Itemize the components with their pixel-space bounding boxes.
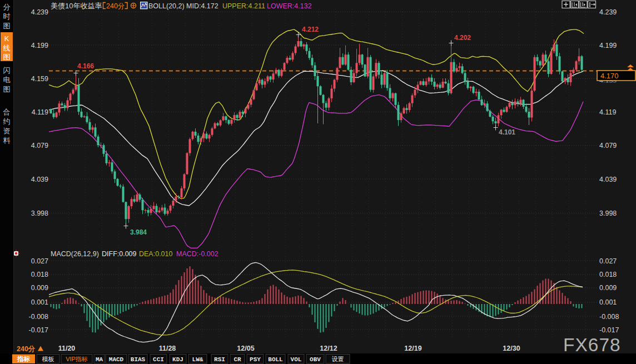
svg-text:11/28: 11/28	[159, 345, 176, 352]
svg-text:12/05: 12/05	[237, 345, 254, 352]
svg-text:12/12: 12/12	[320, 345, 337, 352]
svg-text:MID:4.172: MID:4.172	[186, 2, 218, 10]
svg-text:4.239: 4.239	[31, 8, 48, 16]
svg-text:指标: 指标	[17, 356, 31, 362]
svg-text:K: K	[4, 34, 9, 43]
svg-text:4.199: 4.199	[31, 42, 48, 49]
svg-text:3.984: 3.984	[130, 228, 147, 236]
svg-text:BIAS: BIAS	[131, 356, 146, 363]
svg-text:LW&: LW&	[192, 356, 203, 363]
svg-text:3.998: 3.998	[599, 210, 617, 217]
svg-text:240分: 240分	[106, 2, 125, 10]
svg-text:图: 图	[3, 85, 11, 93]
svg-text:线: 线	[3, 44, 11, 52]
svg-text:图: 图	[3, 53, 11, 61]
svg-text:美债10年收益率: 美债10年收益率	[51, 2, 102, 10]
svg-text:12/19: 12/19	[404, 345, 421, 352]
svg-text:合: 合	[3, 108, 11, 116]
svg-text:3.998: 3.998	[31, 210, 48, 217]
svg-text:模板: 模板	[42, 356, 54, 362]
svg-text:4.212: 4.212	[302, 26, 319, 33]
svg-text:图: 图	[3, 22, 11, 30]
svg-text:4.159: 4.159	[31, 75, 48, 83]
svg-text:闪: 闪	[3, 66, 11, 74]
svg-text:240分: 240分	[17, 345, 36, 353]
svg-text:电: 电	[3, 76, 11, 84]
svg-text:FX678: FX678	[563, 335, 621, 355]
svg-text:时: 时	[3, 12, 11, 21]
svg-text:VIP指标: VIP指标	[66, 356, 88, 362]
svg-text:MA: MA	[96, 356, 103, 363]
svg-text:CCI: CCI	[153, 356, 164, 363]
svg-text:DIFF:0.009: DIFF:0.009	[102, 250, 137, 258]
svg-text:4.079: 4.079	[599, 142, 617, 149]
svg-text:0.001: 0.001	[31, 298, 48, 306]
svg-text:DEA:0.010: DEA:0.010	[139, 250, 173, 258]
svg-text:OBV: OBV	[310, 356, 321, 363]
svg-text:PSY: PSY	[250, 356, 261, 363]
svg-text:BOLL: BOLL	[268, 356, 283, 363]
svg-text:CR: CR	[233, 356, 241, 363]
svg-text:分: 分	[3, 3, 11, 11]
svg-text:资: 资	[3, 127, 11, 135]
svg-text:设置: 设置	[332, 356, 344, 362]
svg-text:UPPER:4.211: UPPER:4.211	[222, 2, 265, 10]
svg-text:MACD(26,12,9): MACD(26,12,9)	[51, 250, 99, 258]
svg-text:11/20: 11/20	[58, 345, 76, 352]
svg-text:BOLL(20,2): BOLL(20,2)	[148, 2, 185, 10]
svg-text:-0.008: -0.008	[599, 313, 619, 321]
svg-text:4.101: 4.101	[499, 128, 515, 136]
svg-text:0.027: 0.027	[31, 257, 48, 265]
svg-text:0.009: 0.009	[599, 284, 617, 292]
svg-text:4.239: 4.239	[599, 8, 617, 16]
svg-text:MACD: MACD	[109, 356, 124, 363]
svg-text:-0.017: -0.017	[599, 326, 619, 334]
svg-text:4.119: 4.119	[599, 108, 616, 116]
svg-text:-0.017: -0.017	[29, 326, 48, 334]
svg-text:约: 约	[3, 117, 11, 126]
svg-text:12/30: 12/30	[503, 345, 520, 352]
svg-text:KDJ: KDJ	[172, 356, 183, 363]
svg-text:料: 料	[3, 136, 11, 144]
svg-text:4.199: 4.199	[599, 42, 617, 49]
svg-text:4.039: 4.039	[599, 176, 617, 183]
svg-text:0.018: 0.018	[599, 271, 617, 278]
svg-text:VOL: VOL	[291, 356, 302, 363]
svg-text:-0.008: -0.008	[29, 313, 48, 321]
svg-text:4.166: 4.166	[77, 62, 94, 70]
svg-text:RSI: RSI	[214, 356, 225, 363]
svg-text:0.027: 0.027	[599, 257, 617, 265]
svg-text:0.009: 0.009	[31, 284, 48, 292]
svg-text:4.079: 4.079	[31, 142, 48, 149]
svg-text:LOWER:4.132: LOWER:4.132	[267, 2, 312, 10]
svg-text:4.170: 4.170	[600, 72, 619, 80]
svg-text:4.119: 4.119	[32, 108, 48, 116]
svg-text:0.001: 0.001	[599, 298, 617, 306]
svg-text:4.202: 4.202	[454, 34, 471, 42]
svg-text:4.039: 4.039	[31, 176, 48, 183]
svg-text:MACD:-0.002: MACD:-0.002	[176, 250, 218, 258]
svg-text:0.018: 0.018	[31, 271, 48, 278]
